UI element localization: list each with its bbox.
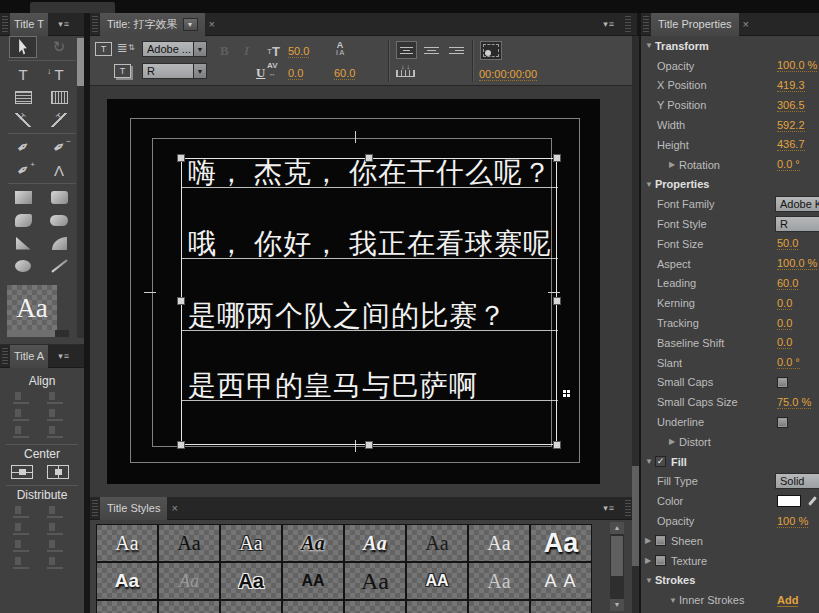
ellipse-tool[interactable] [9,255,37,277]
panel-menu-icon[interactable]: ▾≡ [603,503,615,513]
tab-title-properties[interactable]: Title Properties [651,13,739,36]
tab-stops-button[interactable]: ↓ ↓ [396,64,415,77]
font-family-dropdown-arrow[interactable]: ▼ [194,41,207,57]
panel-gripper[interactable] [625,16,631,32]
italic-button[interactable]: I [244,43,249,59]
rectangle-tool[interactable] [9,186,37,208]
panel-gripper[interactable] [643,16,649,32]
panel-gripper[interactable] [92,16,98,32]
selection-handle[interactable] [365,154,373,162]
rotation-tool[interactable]: ↻ [45,36,73,58]
panel-gripper[interactable] [625,500,631,516]
delete-anchor-point-tool[interactable]: ✒− [45,136,73,158]
tab-title-styles[interactable]: Title Styles [100,497,167,520]
style-swatch[interactable]: Aa [282,524,344,562]
tracking-value[interactable]: 0.0 [777,317,792,330]
center-horizontal-button[interactable] [47,465,69,479]
close-tab-icon[interactable]: × [209,18,215,30]
selection-handle[interactable] [553,297,561,305]
style-swatch[interactable]: AA [282,562,344,600]
styles-scrollbar[interactable]: ▲ ▼ [610,522,624,611]
align-left-button[interactable] [396,41,417,59]
leading-value[interactable]: 60.0 [334,67,355,80]
title-switcher-dropdown[interactable]: ▼ [183,18,198,31]
font-style-dropdown-arrow[interactable]: ▼ [194,63,207,79]
close-tab-icon[interactable]: × [171,502,177,514]
style-swatch[interactable]: Aa [220,524,282,562]
selection-handle[interactable] [177,154,185,162]
expand-triangle-icon[interactable]: ▶ [645,536,655,545]
slant-value[interactable]: 0.0 ° [777,356,800,369]
small-caps-checkbox[interactable] [777,377,788,388]
align-right-button[interactable] [446,41,467,59]
tab-title-actions[interactable]: Title A [10,345,48,368]
title-text-line[interactable]: 哦， 你好， 我正在看球赛呢 [188,228,568,259]
style-preview-swatch[interactable]: Aa [7,285,57,332]
style-swatch[interactable]: Aa [158,524,220,562]
selection-tool[interactable] [9,36,37,58]
opacity-value[interactable]: 100 % [777,515,808,528]
wedge-tool[interactable] [9,232,37,254]
style-swatch[interactable]: Aa [468,562,530,600]
kerning-value[interactable]: 0.0 [288,67,303,80]
area-type-tool[interactable] [9,86,37,108]
style-swatch[interactable]: Aa [468,524,530,562]
templates-button[interactable]: T [114,64,131,78]
style-swatch[interactable]: AA [406,562,468,600]
align-center-button[interactable] [421,41,442,59]
style-swatch[interactable]: Aa [344,524,406,562]
kerning-value[interactable]: 0.0 [777,297,792,310]
y-position-value[interactable]: 306.5 [777,99,805,112]
expand-triangle-icon[interactable]: ▶ [669,437,679,446]
opacity-value[interactable]: 100.0 % [777,59,817,72]
style-swatch[interactable] [530,600,592,613]
tools-horizontal-scrollbar[interactable] [7,330,69,337]
center-vertical-button[interactable] [11,465,33,479]
collapse-triangle-icon[interactable]: ▼ [645,180,655,189]
style-swatch[interactable]: Aa [530,524,592,562]
underline-button[interactable]: U [256,65,265,81]
selection-handle[interactable] [177,441,185,449]
path-type-tool[interactable] [9,109,37,131]
panel-gripper[interactable] [2,16,8,32]
eyedropper-icon[interactable] [808,496,817,506]
style-swatch[interactable] [158,600,220,613]
font-family-select[interactable]: Adobe ... [142,41,194,57]
show-background-video-button[interactable] [480,41,502,60]
tab-title-tools[interactable]: Title T [10,13,48,36]
add-anchor-point-tool[interactable]: ✒+ [9,159,37,181]
underline-checkbox[interactable] [777,417,788,428]
background-video-timecode[interactable]: 00:00:00:00 [479,68,537,81]
pen-tool[interactable]: ✒ [9,136,37,158]
small-caps-size-value[interactable]: 75.0 % [777,396,811,409]
selection-handle[interactable] [553,154,561,162]
style-swatch[interactable] [220,600,282,613]
font-family-select[interactable]: Adobe K [775,196,819,212]
panel-menu-icon[interactable]: ▾≡ [58,19,70,29]
close-tab-icon[interactable]: × [743,18,749,30]
collapse-triangle-icon[interactable]: ▼ [645,576,655,585]
properties-scrollbar[interactable] [632,36,639,613]
style-swatch[interactable] [468,600,530,613]
bold-button[interactable]: B [220,43,229,59]
style-swatch[interactable]: Aa [220,562,282,600]
style-swatch[interactable] [406,600,468,613]
style-swatch[interactable]: Aa [96,562,158,600]
expand-triangle-icon[interactable]: ▶ [669,160,679,169]
style-swatch[interactable] [282,600,344,613]
font-size-value[interactable]: 50.0 [777,237,798,250]
style-swatch[interactable]: Aa [158,562,220,600]
scroll-up-icon[interactable]: ▲ [610,522,624,534]
height-value[interactable]: 436.7 [777,138,805,151]
selection-handle[interactable] [365,441,373,449]
fill-color-swatch[interactable] [777,495,801,507]
width-value[interactable]: 592.2 [777,119,805,132]
style-swatch[interactable]: Aa [344,562,406,600]
roll-crawl-options-button[interactable]: ≣⇅ [117,40,135,55]
collapse-triangle-icon[interactable]: ▼ [669,596,679,605]
line-tool[interactable] [45,255,73,277]
tab-title-document[interactable]: Title: 打字效果 ▼ [100,13,205,36]
title-text-line[interactable]: 嗨， 杰克， 你在干什么呢？ [188,157,568,188]
scroll-down-icon[interactable]: ▼ [610,599,624,611]
fill-type-select[interactable]: Solid [775,473,819,489]
